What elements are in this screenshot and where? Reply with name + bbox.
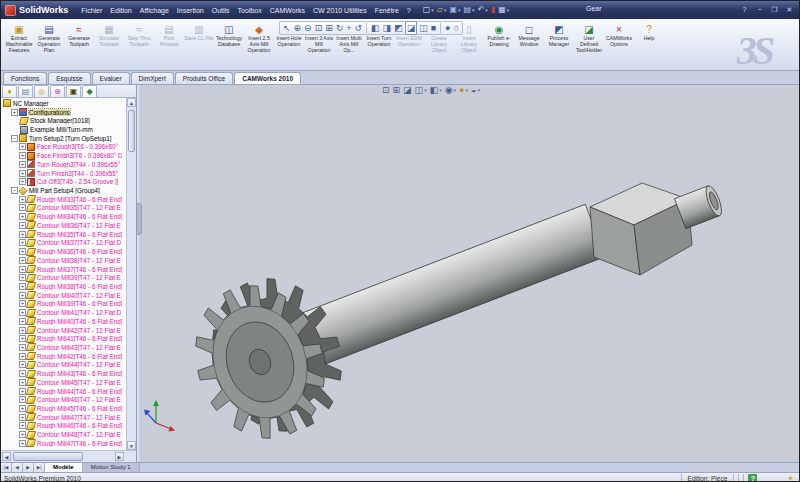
tab-produits-office[interactable]: Produits Office <box>175 72 234 84</box>
tree-item-contour-mill38[interactable]: +Contour Mill38[T47 - 12 Flat E <box>1 256 125 265</box>
expand-icon[interactable]: + <box>19 405 26 412</box>
tree-item-rough-mill34[interactable]: +Rough Mill34[T46 - 6 Flat End] <box>1 212 125 221</box>
rotate-view-icon[interactable]: ↺ <box>354 22 364 34</box>
tab-camworks-2010[interactable]: CAMWorks 2010 <box>234 72 301 84</box>
tree-item-rough-mill45[interactable]: +Rough Mill45[T46 - 6 Flat End] <box>1 404 125 413</box>
configurationmanager-tab-icon[interactable]: ◎ <box>34 85 49 97</box>
zoom-area-icon[interactable]: ⊞ <box>324 22 334 34</box>
tree-vertical-scrollbar[interactable]: ▲ ▼ <box>126 98 136 450</box>
message-window-button[interactable]: ◻Message Window <box>514 23 544 54</box>
simulate-toolpath-button[interactable]: ▦Simulate Toolpath <box>94 23 124 54</box>
propertymanager-tab-icon[interactable]: ▤ <box>18 85 33 97</box>
expand-icon[interactable]: + <box>19 370 26 377</box>
tree-item-turn-rough3[interactable]: +Turn Rough3[T44 - 0.396x55° <box>1 160 125 169</box>
expand-icon[interactable]: + <box>19 388 26 395</box>
publish-e-drawing-button[interactable]: ◉Publish e-Drawing <box>484 23 514 54</box>
expand-icon[interactable]: + <box>19 143 26 150</box>
help-button[interactable]: ? <box>738 4 751 15</box>
technology-database-button[interactable]: ◫Technology Database <box>214 23 244 54</box>
help-button[interactable]: ?Help <box>634 23 664 54</box>
view-iso-icon[interactable]: ■ <box>430 22 437 34</box>
view-back-icon[interactable]: ◨ <box>382 22 393 34</box>
display-style-icon[interactable]: ◧▾ <box>430 85 442 95</box>
pan-icon[interactable]: + <box>345 22 352 34</box>
tree-item-rough-mill36[interactable]: +Rough Mill36[T46 - 6 Flat End] <box>1 247 125 256</box>
rebuild-traffic-light-icon[interactable]: ▮ <box>490 5 496 15</box>
tree-item-contour-mill46[interactable]: +Contour Mill46[T47 - 12 Flat E <box>1 395 125 404</box>
restore-button[interactable]: ❐ <box>768 4 781 15</box>
expand-icon[interactable]: + <box>19 292 26 299</box>
tab-evaluer[interactable]: Evaluer <box>92 72 130 84</box>
tree-item-contour-mill48[interactable]: +Contour Mill48[T47 - 12 Flat E <box>1 430 125 439</box>
featuremanager-tab-icon[interactable]: ♦ <box>2 85 17 97</box>
expand-icon[interactable]: + <box>19 274 26 281</box>
zoom-in-icon[interactable]: ⊕ <box>293 22 303 34</box>
tree-item-contour-mill47[interactable]: +Contour Mill47[T47 - 12 Flat E <box>1 413 125 422</box>
dimxpertmanager-tab-icon[interactable]: ⊕ <box>50 85 65 97</box>
user-defined-tool-holder-button[interactable]: ◪User Defined Tool/Holder <box>574 23 604 54</box>
tab-fonctions[interactable]: Fonctions <box>3 72 47 84</box>
process-manager-button[interactable]: ◩Process Manager <box>544 23 574 54</box>
print-icon[interactable]: ▤▾ <box>463 5 476 15</box>
quick-tips-help-icon[interactable]: ? <box>748 474 757 482</box>
expand-icon[interactable]: + <box>19 152 26 159</box>
tree-item-contour-mill35[interactable]: +Contour Mill35[T47 - 12 Flat E <box>1 204 125 213</box>
last-sheet-button[interactable]: ▶| <box>34 463 45 472</box>
tree-item-rough-mill42[interactable]: +Rough Mill42[T46 - 6 Flat End] <box>1 352 125 361</box>
expand-icon[interactable]: + <box>19 327 26 334</box>
tree-horizontal-scrollbar[interactable]: ◀ ▶ <box>1 450 136 462</box>
tree-item-rough-mill35[interactable]: +Rough Mill35[T46 - 6 Flat End] <box>1 230 125 239</box>
shaded-view-icon[interactable]: ● <box>444 22 451 34</box>
view-left-icon[interactable]: ◩ <box>393 22 404 34</box>
tree-item-face-finish3[interactable]: +Face Finish3[T6 - 0.396x80° D <box>1 151 125 160</box>
expand-icon[interactable]: + <box>19 335 26 342</box>
expand-icon[interactable]: + <box>19 422 26 429</box>
tree-item-cut-off3[interactable]: +Cut Off3[T45 - 2.54 Groove ][ <box>1 177 125 186</box>
sheet-tab-mod-le[interactable]: Modèle <box>45 463 83 472</box>
tree-item-turn-setup2[interactable]: −Turn Setup2 [Turn OpSetup1] <box>1 134 125 143</box>
expand-icon[interactable]: + <box>19 204 26 211</box>
menu-camworks[interactable]: CAMWorks <box>266 5 309 16</box>
expand-icon[interactable]: + <box>19 239 26 246</box>
step-thru-toolpath-button[interactable]: ≈Step Thru Toolpath <box>124 23 154 54</box>
expand-icon[interactable]: + <box>19 361 26 368</box>
extract-machinable-features-button[interactable]: ▣Extract Machinable Features <box>4 23 34 54</box>
refresh-view-icon[interactable]: ↻ <box>335 22 345 34</box>
minimize-button[interactable]: − <box>753 4 766 15</box>
expand-icon[interactable]: + <box>19 248 26 255</box>
expand-icon[interactable]: + <box>19 396 26 403</box>
horizontal-scroll-thumb[interactable] <box>13 452 83 461</box>
expand-icon[interactable]: + <box>19 170 26 177</box>
menu-cw-2010-utilities[interactable]: CW 2010 Utilities <box>309 5 371 16</box>
tree-item-rough-mill43[interactable]: +Rough Mill43[T46 - 6 Flat End] <box>1 369 125 378</box>
collapse-icon[interactable]: − <box>11 135 18 142</box>
expand-icon[interactable]: + <box>19 178 26 185</box>
expand-icon[interactable]: + <box>19 161 26 168</box>
sheet-tab-motion-study-1[interactable]: Motion Study 1 <box>83 463 140 472</box>
expand-icon[interactable]: + <box>19 231 26 238</box>
tree-item-contour-mill37[interactable]: +Contour Mill37[T47 - 12 Flat D <box>1 239 125 248</box>
tree-item-contour-mill43[interactable]: +Contour Mill43[T47 - 12 Flat E <box>1 343 125 352</box>
menu-[interactable]: ? <box>403 5 415 16</box>
expand-icon[interactable]: + <box>19 300 26 307</box>
tree-item-contour-mill36[interactable]: +Contour Mill36[T47 - 12 Flat E <box>1 221 125 230</box>
menu-toolbox[interactable]: Toolbox <box>234 5 266 16</box>
zoom-fit-icon[interactable]: ⊡ <box>382 85 390 95</box>
expand-icon[interactable]: + <box>19 309 26 316</box>
vertical-scroll-thumb[interactable] <box>128 110 135 152</box>
tree-item-rough-mill47[interactable]: +Rough Mill47[T46 - 6 Flat End] <box>1 439 125 448</box>
menu-edition[interactable]: Edition <box>106 5 135 16</box>
tree-item-contour-mill45[interactable]: +Contour Mill45[T47 - 12 Flat E <box>1 378 125 387</box>
tree-item-rough-mill37[interactable]: +Rough Mill37[T46 - 6 Flat End] <box>1 265 125 274</box>
tree-item-contour-mill44[interactable]: +Contour Mill44[T47 - 12 Flat E <box>1 361 125 370</box>
edit-appearance-icon[interactable]: ●▾ <box>459 85 468 95</box>
tree-item-rough-mill38[interactable]: +Rough Mill38[T46 - 6 Flat End] <box>1 282 125 291</box>
view-right-icon[interactable]: ◪ <box>405 21 418 35</box>
menu-fen-tre[interactable]: Fenêtre <box>371 5 403 16</box>
3d-viewport[interactable] <box>142 85 799 462</box>
first-sheet-button[interactable]: |◀ <box>1 463 12 472</box>
insert-2-5-axis-mill-operation-button[interactable]: ◆Insert 2.5 Axis Mill Operation <box>244 23 274 54</box>
prev-sheet-button[interactable]: ◀ <box>12 463 23 472</box>
expand-icon[interactable]: + <box>19 196 26 203</box>
tree-item-rough-mill41[interactable]: +Rough Mill41[T46 - 6 Flat End] <box>1 334 125 343</box>
